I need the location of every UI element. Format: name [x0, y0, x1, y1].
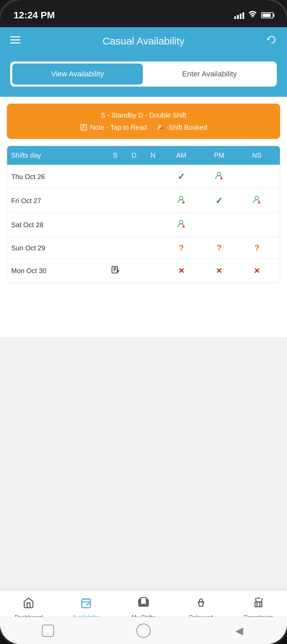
svg-point-11: [180, 196, 183, 200]
home-button[interactable]: [135, 622, 152, 639]
shifts-table: Shifts day S D N AM PM NS Thu Oct 26 ✓: [7, 146, 280, 283]
layers-icon: [138, 597, 149, 611]
table-row: Sun Oct 29 ? ? ?: [7, 237, 280, 259]
check-icon: ✓: [215, 196, 223, 206]
tab-enter-availability[interactable]: Enter Availability: [144, 64, 275, 85]
person-lock-icon: [251, 195, 263, 207]
svg-rect-16: [258, 202, 260, 203]
table-row: Mon Oct 30 ✕: [7, 259, 280, 283]
toggle-wrapper: View Availability Enter Availability: [10, 61, 277, 87]
cell-am: ✓: [163, 172, 200, 182]
svg-rect-1: [10, 36, 20, 37]
cell-pm: ✓: [200, 196, 238, 206]
bottom-nav: Dashboard Availability: [0, 590, 287, 644]
question-icon: ?: [179, 243, 184, 253]
svg-point-17: [180, 220, 183, 224]
cell-pm: [200, 171, 238, 182]
col-d: D: [124, 151, 144, 159]
cell-ns: [238, 195, 276, 207]
row-date: Sun Oct 29: [11, 244, 106, 252]
svg-point-8: [217, 172, 221, 176]
col-shifts-day: Shifts day: [11, 151, 106, 159]
col-n: N: [144, 151, 163, 159]
table-row: Thu Oct 26 ✓: [7, 165, 280, 189]
svg-point-5: [159, 125, 161, 127]
square-button[interactable]: [39, 622, 56, 639]
person-lock-icon: [175, 195, 187, 207]
wifi-icon: [248, 11, 257, 20]
svg-rect-27: [140, 597, 146, 604]
hardware-buttons: ◀: [0, 617, 287, 644]
tab-view-availability[interactable]: View Availability: [12, 64, 143, 85]
question-icon: ?: [254, 243, 259, 253]
house-icon: [23, 597, 34, 611]
table-row: Fri Oct 27: [7, 189, 280, 213]
page-title: Casual Availability: [102, 35, 184, 47]
col-pm: PM: [200, 151, 238, 159]
col-s: S: [106, 151, 125, 159]
svg-rect-13: [183, 202, 185, 203]
cell-s[interactable]: [106, 265, 125, 276]
cell-am: ?: [163, 243, 200, 253]
svg-point-0: [252, 17, 253, 18]
person-lock-icon: [175, 219, 187, 231]
svg-rect-28: [255, 602, 262, 607]
status-bar: 12:24 PM: [0, 0, 287, 27]
cross-icon: ✕: [178, 267, 184, 275]
row-date: Mon Oct 30: [11, 267, 106, 275]
content-area: S - Standby D - Double Shift Note - Tap …: [0, 97, 287, 337]
cell-am: ✕: [163, 267, 200, 275]
row-date: Thu Oct 26: [11, 173, 106, 181]
app-header: Casual Availability: [0, 27, 287, 55]
row-date: Fri Oct 27: [11, 197, 106, 205]
cell-ns: ✕: [238, 267, 276, 275]
calendar-edit-icon: [80, 597, 92, 611]
tab-container: View Availability Enter Availability: [0, 55, 287, 97]
back-button[interactable]: ◀: [231, 622, 248, 639]
svg-rect-10: [221, 178, 222, 179]
status-time: 12:24 PM: [14, 10, 55, 21]
table-row: Sat Oct 28: [7, 213, 280, 237]
cross-icon: ✕: [216, 267, 222, 275]
check-icon: ✓: [178, 172, 185, 182]
info-banner[interactable]: S - Standby D - Double Shift Note - Tap …: [7, 104, 280, 139]
note-icon[interactable]: [111, 265, 120, 276]
row-date: Sat Oct 28: [11, 221, 106, 229]
svg-text:🔒: 🔒: [161, 128, 163, 130]
table-header: Shifts day S D N AM PM NS: [7, 146, 280, 165]
cross-icon: ✕: [254, 267, 260, 275]
signal-icon: [234, 12, 244, 19]
bucket-icon: [195, 597, 207, 611]
svg-point-14: [255, 196, 258, 200]
svg-rect-2: [10, 39, 20, 40]
cell-ns: ?: [238, 243, 276, 253]
cell-pm: ✕: [200, 267, 238, 275]
cart-icon: [253, 597, 264, 611]
col-am: AM: [163, 151, 200, 159]
person-lock-icon: [213, 171, 225, 182]
refresh-icon[interactable]: [267, 35, 277, 47]
cell-am: [163, 195, 200, 207]
status-icons: [234, 11, 273, 20]
cell-am: [163, 219, 200, 231]
cell-pm: ?: [200, 243, 238, 253]
question-icon: ?: [217, 243, 222, 253]
battery-icon: [261, 12, 273, 18]
info-line1: S - Standby D - Double Shift: [14, 110, 273, 121]
menu-icon[interactable]: [10, 36, 20, 46]
info-line2: Note - Tap to Read 🔒 -Shift Booked: [14, 122, 273, 133]
svg-rect-19: [183, 226, 185, 228]
svg-rect-3: [10, 42, 20, 43]
col-ns: NS: [238, 151, 276, 159]
